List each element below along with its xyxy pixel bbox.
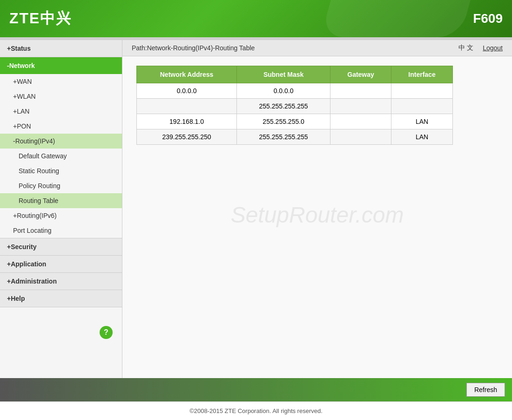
sidebar-item-pon[interactable]: +PON [0, 119, 122, 134]
cell-network_address-2: 192.168.1.0 [137, 114, 237, 129]
col-header-interface: Interface [391, 66, 452, 83]
sidebar-section-administration: +Administration [0, 273, 122, 290]
logout-link[interactable]: Logout [483, 44, 503, 52]
sidebar-section-network: -Network +WAN +WLAN +LAN +PON -Routing(I… [0, 57, 122, 238]
sidebar-item-routing-ipv4[interactable]: -Routing(IPv4) [0, 134, 122, 149]
cell-subnet_mask-0: 0.0.0.0 [237, 83, 330, 99]
sidebar-item-static-routing[interactable]: Static Routing [0, 163, 122, 178]
watermark: SetupRouter.com [231, 202, 404, 228]
sidebar-item-port-locating[interactable]: Port Locating [0, 223, 122, 238]
sidebar-item-administration[interactable]: +Administration [0, 273, 122, 290]
cell-subnet_mask-2: 255.255.255.0 [237, 114, 330, 129]
sidebar-section-help: +Help [0, 290, 122, 307]
routing-table: Network Address Subnet Mask Gateway Inte… [136, 66, 453, 145]
table-row: 255.255.255.255 [137, 99, 453, 114]
sidebar-section-status: +Status [0, 40, 122, 57]
table-body: 0.0.0.00.0.0.0255.255.255.255192.168.1.0… [137, 83, 453, 145]
sidebar-item-status[interactable]: +Status [0, 40, 122, 57]
content-area: SetupRouter.com Network Address Subnet M… [122, 56, 512, 378]
logo-text: ZTE中兴 [9, 8, 72, 29]
cell-interface-0 [391, 83, 452, 99]
sidebar-item-lan[interactable]: +LAN [0, 104, 122, 119]
cell-network_address-1 [137, 99, 237, 114]
help-circle-button[interactable]: ? [100, 326, 113, 339]
cell-subnet_mask-1: 255.255.255.255 [237, 99, 330, 114]
layout: +Status -Network +WAN +WLAN +LAN +PON -R… [0, 40, 512, 378]
cell-network_address-0: 0.0.0.0 [137, 83, 237, 99]
main-content: Path:Network-Routing(IPv4)-Routing Table… [122, 40, 512, 378]
sidebar-item-policy-routing[interactable]: Policy Routing [0, 178, 122, 193]
cell-gateway-0 [330, 83, 391, 99]
header: ZTE中兴 F609 [0, 0, 512, 37]
sidebar-item-wan[interactable]: +WAN [0, 74, 122, 89]
breadcrumb: Path:Network-Routing(IPv4)-Routing Table [132, 44, 255, 52]
sidebar-item-default-gateway[interactable]: Default Gateway [0, 149, 122, 163]
cell-network_address-3: 239.255.255.250 [137, 129, 237, 145]
sidebar-item-routing-ipv6[interactable]: +Routing(IPv6) [0, 208, 122, 223]
table-row: 192.168.1.0255.255.255.0LAN [137, 114, 453, 129]
refresh-button[interactable]: Refresh [466, 383, 505, 397]
cell-subnet_mask-3: 255.255.255.255 [237, 129, 330, 145]
col-header-subnet-mask: Subnet Mask [237, 66, 330, 83]
copyright-text: ©2008-2015 ZTE Corporation. All rights r… [189, 407, 323, 414]
breadcrumb-bar: Path:Network-Routing(IPv4)-Routing Table… [122, 40, 512, 56]
model-text: F609 [473, 11, 503, 26]
lang-switch[interactable]: 中 文 [458, 44, 473, 52]
sidebar-item-security[interactable]: +Security [0, 238, 122, 255]
cell-interface-1 [391, 99, 452, 114]
sidebar-item-help[interactable]: +Help [0, 290, 122, 307]
col-header-network-address: Network Address [137, 66, 237, 83]
table-row: 0.0.0.00.0.0.0 [137, 83, 453, 99]
cell-gateway-3 [330, 129, 391, 145]
cell-interface-3: LAN [391, 129, 452, 145]
sidebar: +Status -Network +WAN +WLAN +LAN +PON -R… [0, 40, 122, 378]
cell-interface-2: LAN [391, 114, 452, 129]
sidebar-item-application[interactable]: +Application [0, 256, 122, 272]
col-header-gateway: Gateway [330, 66, 391, 83]
bottom-bar: Refresh [0, 378, 512, 401]
breadcrumb-actions: 中 文 Logout [458, 44, 503, 52]
sidebar-section-security: +Security [0, 238, 122, 256]
sidebar-item-network[interactable]: -Network [0, 57, 122, 74]
sidebar-item-wlan[interactable]: +WLAN [0, 89, 122, 104]
table-row: 239.255.255.250255.255.255.255LAN [137, 129, 453, 145]
sidebar-item-routing-table[interactable]: Routing Table [0, 193, 122, 208]
logo: ZTE中兴 [9, 8, 72, 29]
sidebar-bottom: ? [0, 317, 122, 348]
footer: ©2008-2015 ZTE Corporation. All rights r… [0, 401, 512, 420]
cell-gateway-2 [330, 114, 391, 129]
sidebar-section-application: +Application [0, 256, 122, 273]
cell-gateway-1 [330, 99, 391, 114]
